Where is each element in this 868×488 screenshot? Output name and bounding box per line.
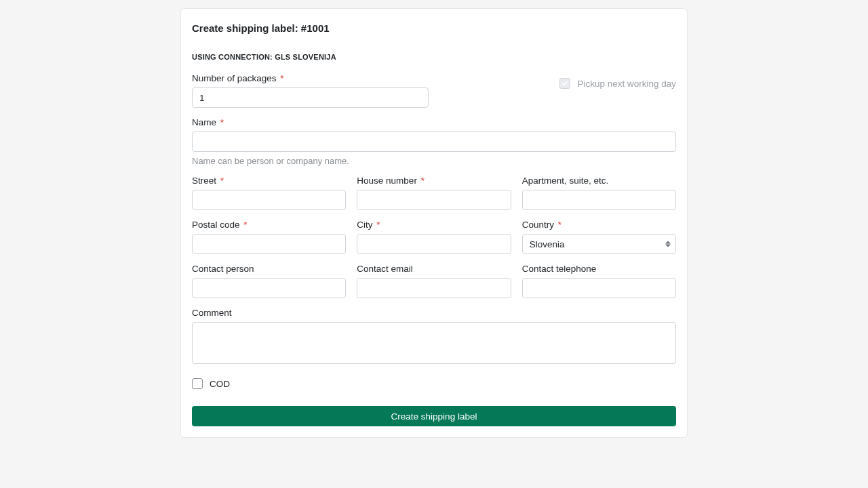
label-city: City * — [357, 220, 511, 230]
pickup-checkbox-row: Pickup next working day — [559, 73, 676, 94]
row-packages-pickup: Number of packages * Pickup next working… — [192, 73, 676, 108]
street-input[interactable] — [192, 190, 346, 210]
city-input[interactable] — [357, 234, 511, 254]
check-icon — [561, 80, 568, 87]
connection-subheading: USING CONNECTION: GLS SLOVENIJA — [192, 53, 676, 61]
group-postal-code: Postal code * — [192, 220, 346, 254]
contact-telephone-input[interactable] — [522, 278, 676, 298]
label-country: Country * — [522, 220, 676, 230]
pickup-label: Pickup next working day — [577, 79, 676, 89]
row-name: Name * Name can be person or company nam… — [192, 117, 676, 166]
group-contact-telephone: Contact telephone — [522, 264, 676, 298]
row-address2: Postal code * City * Country * — [192, 220, 676, 254]
num-packages-input[interactable] — [192, 87, 429, 108]
comment-textarea[interactable] — [192, 322, 676, 364]
country-select[interactable] — [522, 234, 676, 254]
row-address1: Street * House number * Apartment, suite… — [192, 176, 676, 210]
row-contact: Contact person Contact email Contact tel… — [192, 264, 676, 298]
cod-label: COD — [210, 379, 230, 389]
label-name: Name * — [192, 117, 676, 127]
card-title: Create shipping label: #1001 — [192, 22, 676, 34]
required-marker: * — [220, 117, 224, 127]
required-marker: * — [421, 176, 425, 186]
group-street: Street * — [192, 176, 346, 210]
required-marker: * — [220, 176, 224, 186]
cod-checkbox-row: COD — [192, 373, 676, 394]
cod-checkbox[interactable] — [192, 378, 203, 389]
label-house-number: House number * — [357, 176, 511, 186]
name-help-text: Name can be person or company name. — [192, 156, 676, 166]
label-street: Street * — [192, 176, 346, 186]
house-number-input[interactable] — [357, 190, 511, 210]
create-shipping-label-button[interactable]: Create shipping label — [192, 406, 676, 426]
pickup-checkbox[interactable] — [559, 78, 570, 89]
group-name: Name * Name can be person or company nam… — [192, 117, 676, 166]
group-pickup: Pickup next working day — [439, 73, 676, 108]
label-apartment: Apartment, suite, etc. — [522, 176, 676, 186]
label-comment: Comment — [192, 308, 676, 318]
required-marker: * — [376, 220, 380, 230]
group-apartment: Apartment, suite, etc. — [522, 176, 676, 210]
label-contact-telephone: Contact telephone — [522, 264, 676, 274]
label-num-packages: Number of packages * — [192, 73, 429, 83]
group-house-number: House number * — [357, 176, 511, 210]
row-comment: Comment — [192, 308, 676, 364]
group-num-packages: Number of packages * — [192, 73, 429, 108]
group-comment: Comment — [192, 308, 676, 364]
label-contact-email: Contact email — [357, 264, 511, 274]
postal-code-input[interactable] — [192, 234, 346, 254]
apartment-input[interactable] — [522, 190, 676, 210]
required-marker: * — [280, 73, 283, 83]
shipping-label-card: Create shipping label: #1001 USING CONNE… — [180, 8, 688, 438]
label-contact-person: Contact person — [192, 264, 346, 274]
group-contact-person: Contact person — [192, 264, 346, 298]
label-postal-code: Postal code * — [192, 220, 346, 230]
group-country: Country * — [522, 220, 676, 254]
contact-person-input[interactable] — [192, 278, 346, 298]
required-marker: * — [558, 220, 561, 230]
required-marker: * — [243, 220, 247, 230]
group-contact-email: Contact email — [357, 264, 511, 298]
country-select-wrap — [522, 234, 676, 254]
name-input[interactable] — [192, 131, 676, 152]
group-city: City * — [357, 220, 511, 254]
contact-email-input[interactable] — [357, 278, 511, 298]
